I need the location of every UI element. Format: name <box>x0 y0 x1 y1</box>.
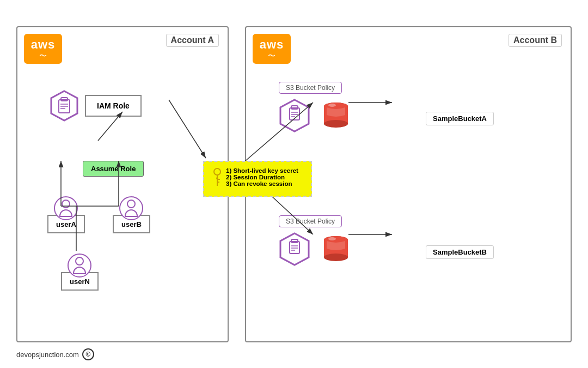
aws-logo-a: aws 〜 <box>24 34 62 64</box>
s3-hex-icon-bottom <box>279 232 310 267</box>
assume-role-button[interactable]: Assume Role <box>83 161 144 177</box>
note-line-1: 1) Short-lived key secret <box>226 167 298 174</box>
user-b-container: userB <box>113 196 150 233</box>
sample-bucket-b-label: SampleBucketB <box>433 248 487 256</box>
user-a-icon <box>54 196 78 220</box>
note-box: 1) Short-lived key secret 2) Session Dur… <box>203 161 312 197</box>
footer: devopsjunction.com © <box>16 348 94 360</box>
sample-bucket-a-box: SampleBucketA <box>426 112 494 125</box>
account-a-label: Account A <box>166 34 219 47</box>
user-b-label: userB <box>121 220 142 228</box>
s3-policy-label-top: S3 Bucket Policy <box>279 82 342 94</box>
user-a-label: userA <box>56 220 76 228</box>
user-n-icon <box>68 254 91 277</box>
user-b-icon <box>119 196 143 220</box>
note-line-3: 3) Can revoke session <box>226 180 298 187</box>
svg-point-30 <box>324 120 348 128</box>
aws-smile-b: 〜 <box>268 52 275 59</box>
iam-role-hex-icon <box>50 90 78 122</box>
iam-role-box: IAM Role <box>85 95 142 117</box>
aws-text-b: aws <box>260 38 284 52</box>
note-line-2: 2) Session Duration <box>226 174 298 180</box>
s3-bucket-icon-top <box>320 100 352 131</box>
svg-point-17 <box>214 168 220 175</box>
user-n-label: userN <box>70 277 90 286</box>
user-n-container: userN <box>61 254 99 291</box>
svg-point-32 <box>328 104 336 107</box>
iam-role-label: IAM Role <box>97 101 130 110</box>
copyright-icon: © <box>82 348 94 360</box>
footer-text: devopsjunction.com <box>16 351 79 359</box>
assume-role-label: Assume Role <box>91 165 136 173</box>
account-b-label: Account B <box>509 34 562 47</box>
s3-policy-top: S3 Bucket Policy <box>279 82 352 133</box>
sample-bucket-b-box: SampleBucketB <box>426 245 494 259</box>
s3-hex-icon-top <box>279 98 310 133</box>
aws-smile-a: 〜 <box>39 52 47 59</box>
s3-policy-label-bottom: S3 Bucket Policy <box>279 215 342 227</box>
svg-point-41 <box>324 254 348 261</box>
account-a-box: aws 〜 Account A IAM Role Assume Role <box>16 26 229 342</box>
svg-marker-22 <box>280 100 309 131</box>
user-a-container: userA <box>47 196 85 233</box>
note-content: 1) Short-lived key secret 2) Session Dur… <box>226 167 298 187</box>
aws-text-a: aws <box>31 38 56 52</box>
s3-bucket-icon-bottom <box>320 233 352 265</box>
main-container: aws 〜 Account A IAM Role Assume Role <box>0 0 588 368</box>
key-icon <box>212 167 223 188</box>
sample-bucket-a-label: SampleBucketA <box>433 114 487 123</box>
s3-policy-bottom: S3 Bucket Policy <box>279 215 352 267</box>
svg-point-21 <box>216 177 218 179</box>
svg-point-43 <box>328 237 336 240</box>
svg-marker-33 <box>280 233 309 265</box>
aws-logo-b: aws 〜 <box>253 34 291 64</box>
svg-marker-11 <box>51 91 77 120</box>
